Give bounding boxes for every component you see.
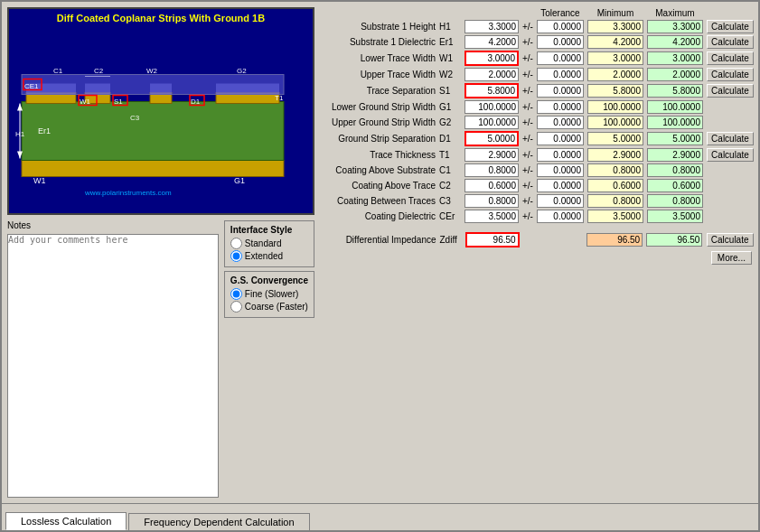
svg-text:W1: W1: [80, 98, 91, 106]
param-min-cell-8: [586, 147, 645, 163]
param-value-input-4[interactable]: [464, 83, 519, 98]
plusminus-2: +/-: [521, 50, 535, 67]
zdiff-min-input[interactable]: [586, 233, 643, 247]
param-value-input-1[interactable]: [464, 35, 519, 49]
param-min-input-7[interactable]: [587, 132, 643, 145]
param-tol-cell-9: [535, 163, 586, 178]
param-value-input-10[interactable]: [464, 179, 519, 192]
param-value-input-2[interactable]: [464, 51, 519, 66]
param-min-cell-6: [586, 115, 645, 130]
coarse-radio[interactable]: [230, 301, 242, 313]
calc-button-8[interactable]: Calculate: [707, 148, 754, 162]
svg-text:G2: G2: [237, 67, 247, 75]
param-max-input-4[interactable]: [647, 84, 703, 98]
param-max-input-7[interactable]: [647, 132, 703, 145]
param-min-input-11[interactable]: [587, 194, 643, 208]
param-min-input-10[interactable]: [587, 179, 643, 192]
param-max-input-0[interactable]: [647, 20, 703, 33]
param-tol-input-10[interactable]: [537, 179, 584, 192]
param-tol-cell-2: [535, 50, 586, 67]
param-value-cell-12: [463, 209, 521, 224]
diff-imp-name: Differential Impedance: [320, 231, 438, 248]
param-calc-cell-8: Calculate: [705, 147, 755, 163]
param-max-input-10[interactable]: [647, 179, 703, 192]
param-symbol-2: W1: [437, 50, 463, 67]
more-button[interactable]: More...: [711, 251, 752, 265]
notes-textarea[interactable]: [8, 235, 218, 312]
param-symbol-8: T1: [437, 147, 463, 163]
param-tol-input-4[interactable]: [537, 84, 584, 98]
param-min-input-8[interactable]: [587, 148, 643, 162]
fine-radio-item[interactable]: Fine (Slower): [230, 288, 308, 300]
param-max-input-1[interactable]: [647, 35, 703, 49]
param-max-input-2[interactable]: [647, 51, 703, 65]
zdiff-max-input[interactable]: [646, 233, 702, 247]
param-tol-input-5[interactable]: [537, 100, 584, 114]
calc-button-0[interactable]: Calculate: [707, 20, 754, 33]
param-tol-input-2[interactable]: [537, 51, 584, 65]
param-value-input-3[interactable]: [464, 68, 519, 81]
param-tol-input-11[interactable]: [537, 194, 584, 208]
extended-radio[interactable]: [230, 250, 242, 262]
param-max-input-9[interactable]: [647, 163, 703, 177]
param-tol-input-0[interactable]: [537, 20, 584, 33]
param-tol-input-1[interactable]: [537, 35, 584, 49]
param-calc-cell-1: Calculate: [705, 34, 755, 50]
param-max-cell-11: [645, 193, 705, 209]
zdiff-input[interactable]: [465, 232, 520, 247]
param-value-input-6[interactable]: [464, 116, 519, 129]
param-tol-input-9[interactable]: [537, 163, 584, 177]
param-value-input-5[interactable]: [464, 100, 519, 114]
param-max-input-3[interactable]: [647, 68, 703, 81]
fine-radio[interactable]: [230, 288, 242, 300]
param-value-input-7[interactable]: [464, 131, 519, 146]
standard-radio-item[interactable]: Standard: [230, 238, 308, 249]
param-min-input-2[interactable]: [587, 51, 643, 65]
param-max-input-12[interactable]: [647, 210, 703, 223]
param-min-input-0[interactable]: [587, 20, 643, 33]
param-tol-input-8[interactable]: [537, 148, 584, 162]
param-value-input-12[interactable]: [464, 210, 519, 223]
param-value-input-11[interactable]: [464, 194, 519, 208]
extended-radio-item[interactable]: Extended: [230, 250, 308, 262]
param-tol-input-3[interactable]: [537, 68, 584, 81]
tab-lossless[interactable]: Lossless Calculation: [5, 512, 127, 530]
table-row: Substrate 1 Height H1 +/- Calculate: [320, 19, 755, 34]
param-min-input-6[interactable]: [587, 116, 643, 129]
param-tol-cell-1: [535, 34, 586, 50]
calc-button-7[interactable]: Calculate: [707, 132, 754, 145]
param-value-input-0[interactable]: [464, 20, 519, 33]
calc-button-4[interactable]: Calculate: [707, 84, 754, 98]
table-row: Ground Strip Separation D1 +/- Calculate: [320, 130, 755, 147]
svg-text:CE1: CE1: [24, 82, 39, 90]
param-min-input-9[interactable]: [587, 163, 643, 177]
param-tol-cell-12: [535, 209, 586, 224]
table-row: Lower Trace Width W1 +/- Calculate: [320, 50, 755, 67]
param-min-input-4[interactable]: [587, 84, 643, 98]
param-value-cell-0: [463, 19, 521, 34]
standard-radio[interactable]: [230, 238, 242, 249]
svg-text:C2: C2: [94, 67, 104, 75]
param-min-input-3[interactable]: [587, 68, 643, 81]
calc-button-3[interactable]: Calculate: [707, 68, 754, 81]
param-value-input-8[interactable]: [464, 148, 519, 162]
fine-label: Fine (Slower): [245, 289, 298, 299]
calc-button-2[interactable]: Calculate: [707, 51, 754, 65]
param-min-input-12[interactable]: [587, 210, 643, 223]
param-tol-input-6[interactable]: [537, 116, 584, 129]
calc-button-1[interactable]: Calculate: [707, 35, 754, 49]
coarse-radio-item[interactable]: Coarse (Faster): [230, 301, 308, 313]
param-min-input-5[interactable]: [587, 100, 643, 114]
tab-frequency[interactable]: Frequency Dependent Calculation: [128, 513, 309, 530]
param-tol-input-7[interactable]: [537, 132, 584, 145]
th-maximum: Maximum: [645, 7, 705, 19]
param-max-input-11[interactable]: [647, 194, 703, 208]
diff-imp-calc-button[interactable]: Calculate: [707, 233, 754, 247]
param-max-input-6[interactable]: [647, 116, 703, 129]
param-tol-input-12[interactable]: [537, 210, 584, 223]
param-max-input-8[interactable]: [647, 148, 703, 162]
param-max-input-5[interactable]: [647, 100, 703, 114]
param-tol-cell-0: [535, 19, 586, 34]
param-value-input-9[interactable]: [464, 163, 519, 177]
param-min-input-1[interactable]: [587, 35, 643, 49]
